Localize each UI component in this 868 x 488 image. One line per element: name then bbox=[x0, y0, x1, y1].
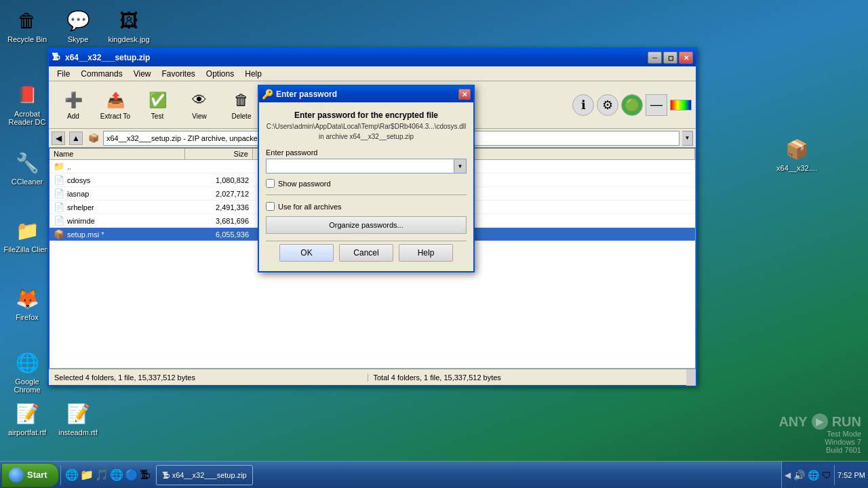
dialog-titlebar: 🔑 Enter password ✕ bbox=[259, 86, 473, 102]
use-for-all-row: Use for all archives bbox=[266, 202, 467, 211]
dialog-title-text: Enter password bbox=[276, 89, 337, 99]
use-for-all-checkbox[interactable] bbox=[266, 202, 275, 211]
password-input[interactable] bbox=[266, 159, 454, 174]
show-password-label[interactable]: Show password bbox=[278, 180, 331, 188]
show-password-checkbox[interactable] bbox=[266, 179, 275, 188]
dialog-title-icon: 🔑 bbox=[262, 89, 273, 100]
ok-button[interactable]: OK bbox=[279, 244, 334, 262]
dialog-overlay: 🔑 Enter password ✕ Enter password for th… bbox=[0, 0, 868, 488]
password-dialog: 🔑 Enter password ✕ Enter password for th… bbox=[258, 85, 475, 272]
dialog-separator bbox=[266, 195, 467, 195]
desktop: 🗑 Recycle Bin 💬 Skype 🖼 kingdesk.jpg 📕 A… bbox=[0, 0, 868, 488]
dialog-close-button[interactable]: ✕ bbox=[458, 89, 471, 100]
cancel-button[interactable]: Cancel bbox=[339, 244, 393, 262]
dialog-info: Enter password for the encrypted file C:… bbox=[266, 109, 467, 142]
show-password-row: Show password bbox=[266, 179, 467, 188]
dialog-info-archive: in archive x64__x32__setup.zip bbox=[266, 131, 467, 142]
dialog-info-title: Enter password for the encrypted file bbox=[266, 109, 467, 121]
organize-passwords-button[interactable]: Organize passwords... bbox=[266, 216, 467, 234]
help-button[interactable]: Help bbox=[399, 244, 453, 262]
dialog-title-left: 🔑 Enter password bbox=[262, 89, 337, 100]
dialog-password-label: Enter password bbox=[266, 148, 467, 157]
organize-btn-container: Organize passwords... bbox=[266, 216, 467, 234]
dialog-buttons: OK Cancel Help bbox=[266, 241, 467, 264]
dialog-password-section: Enter password ▼ bbox=[266, 148, 467, 174]
password-dropdown[interactable]: ▼ bbox=[454, 159, 467, 174]
dialog-body: Enter password for the encrypted file C:… bbox=[259, 102, 473, 271]
dialog-info-path: C:\Users\admin\AppData\Local\Temp\Rar$DR… bbox=[266, 121, 467, 131]
use-for-all-label[interactable]: Use for all archives bbox=[278, 203, 342, 211]
dialog-input-row: ▼ bbox=[266, 159, 467, 174]
